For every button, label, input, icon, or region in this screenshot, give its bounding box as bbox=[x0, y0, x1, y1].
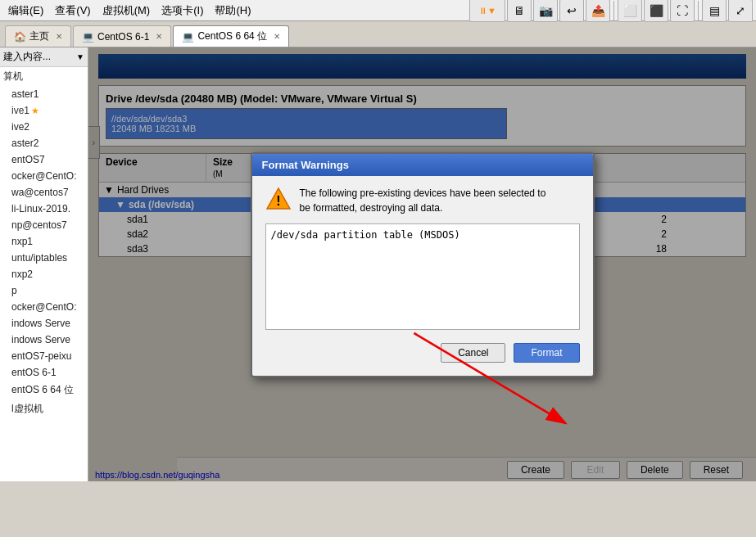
toolbar-separator2 bbox=[698, 1, 699, 20]
dialog-title-bar: Format Warnings bbox=[252, 154, 593, 176]
sidebar-item-centos61[interactable]: entOS 6-1 bbox=[0, 364, 88, 381]
tab-centos664-label: CentOS 6 64 位 bbox=[197, 29, 267, 43]
cancel-button[interactable]: Cancel bbox=[441, 343, 505, 363]
dialog-list-content: /dev/sda partition table (MSDOS) bbox=[271, 229, 460, 241]
tab-centos61-label: CentOS 6-1 bbox=[97, 31, 149, 43]
format-warnings-dialog: Format Warnings ! The following pre-exis… bbox=[251, 152, 595, 377]
sidebar-header-label: 建入内容... bbox=[3, 50, 76, 64]
sidebar-item-li[interactable]: li-Linux-2019. bbox=[0, 201, 88, 217]
menu-view[interactable]: 查看(V) bbox=[50, 2, 95, 20]
sidebar: 建入内容... ▼ 算机 aster1 ive1 ★ ive2 aster2 e… bbox=[0, 47, 88, 481]
menu-tab[interactable]: 选项卡(I) bbox=[156, 2, 208, 20]
sidebar-item-wa[interactable]: wa@centos7 bbox=[0, 184, 88, 201]
sidebar-item-docker1[interactable]: ocker@CentO: bbox=[0, 168, 88, 184]
menu-bar: 编辑(E) 查看(V) 虚拟机(M) 选项卡(I) 帮助(H) ⏸▼ 🖥 📷 ↩… bbox=[0, 0, 756, 21]
sidebar-item-windows2[interactable]: indows Serve bbox=[0, 332, 88, 348]
console-button[interactable]: ▤ bbox=[702, 0, 727, 22]
dialog-title: Format Warnings bbox=[262, 159, 349, 171]
menu-edit[interactable]: 编辑(E) bbox=[3, 2, 48, 20]
pause-button[interactable]: ⏸▼ bbox=[469, 0, 505, 22]
tab-centos664[interactable]: 💻 CentOS 6 64 位 ✕ bbox=[173, 25, 289, 47]
tab-centos664-close[interactable]: ✕ bbox=[274, 32, 280, 41]
content-pane: Drive /dev/sda (20480 MB) (Model: VMware… bbox=[88, 47, 756, 481]
tab-home[interactable]: 🏠 主页 ✕ bbox=[5, 25, 71, 47]
sidebar-item-docker2[interactable]: ocker@CentO: bbox=[0, 299, 88, 315]
star-icon: ★ bbox=[31, 106, 39, 116]
sidebar-item-windows1[interactable]: indows Serve bbox=[0, 315, 88, 332]
home-icon: 🏠 bbox=[14, 31, 26, 43]
sidebar-item-nxp2[interactable]: nxp2 bbox=[0, 266, 88, 282]
sidebar-item-ive1[interactable]: ive1 ★ bbox=[0, 102, 88, 119]
dialog-body: ! The following pre-existing devices hav… bbox=[252, 176, 593, 376]
screen-button[interactable]: 🖥 bbox=[507, 0, 532, 22]
centos664-icon: 💻 bbox=[182, 31, 194, 43]
share-button[interactable]: 📤 bbox=[586, 0, 610, 22]
sidebar-item-aster2[interactable]: aster2 bbox=[0, 135, 88, 151]
main-area: 建入内容... ▼ 算机 aster1 ive1 ★ ive2 aster2 e… bbox=[0, 47, 756, 481]
dialog-warning-row: ! The following pre-existing devices hav… bbox=[265, 186, 580, 215]
normal-view-button[interactable]: ⬜ bbox=[618, 0, 642, 22]
modal-overlay: Format Warnings ! The following pre-exis… bbox=[88, 47, 756, 481]
sidebar-item-vms[interactable]: l虚拟机 bbox=[0, 399, 88, 418]
sidebar-item-centos7[interactable]: entOS7 bbox=[0, 151, 88, 168]
sidebar-header: 建入内容... ▼ bbox=[0, 47, 88, 67]
centos61-icon: 💻 bbox=[82, 31, 94, 43]
toolbar-separator bbox=[613, 1, 614, 20]
sidebar-item-ubuntu[interactable]: untu/iptables bbox=[0, 250, 88, 266]
expand-button[interactable]: ⤢ bbox=[728, 0, 753, 22]
dialog-list: /dev/sda partition table (MSDOS) bbox=[265, 223, 580, 330]
sidebar-item-centos664[interactable]: entOS 6 64 位 bbox=[0, 381, 88, 399]
menu-vm[interactable]: 虚拟机(M) bbox=[97, 2, 156, 20]
tab-home-label: 主页 bbox=[29, 29, 49, 43]
tab-home-close[interactable]: ✕ bbox=[56, 32, 62, 41]
sidebar-item-ive1-label: ive1 bbox=[11, 105, 29, 116]
snapshot-button[interactable]: 📷 bbox=[533, 0, 558, 22]
sidebar-item-nxp1[interactable]: nxp1 bbox=[0, 233, 88, 250]
fullscreen-button[interactable]: ⛶ bbox=[670, 0, 695, 22]
sidebar-item-aster1[interactable]: aster1 bbox=[0, 86, 88, 102]
warning-triangle-icon: ! bbox=[265, 186, 292, 212]
sidebar-scroll-down[interactable]: ▼ bbox=[76, 52, 84, 61]
revert-button[interactable]: ↩ bbox=[559, 0, 584, 22]
sidebar-item-np[interactable]: np@centos7 bbox=[0, 217, 88, 233]
svg-text:!: ! bbox=[276, 194, 280, 208]
dialog-buttons: Cancel Format bbox=[265, 338, 580, 366]
format-button[interactable]: Format bbox=[514, 343, 579, 363]
sidebar-item-centos7px[interactable]: entOS7-peixu bbox=[0, 348, 88, 364]
compact-view-button[interactable]: ⬛ bbox=[644, 0, 668, 22]
sidebar-item-ive2[interactable]: ive2 bbox=[0, 119, 88, 135]
tab-bar: 🏠 主页 ✕ 💻 CentOS 6-1 ✕ 💻 CentOS 6 64 位 ✕ bbox=[0, 21, 756, 47]
tab-centos61[interactable]: 💻 CentOS 6-1 ✕ bbox=[73, 25, 171, 47]
sidebar-item-computer[interactable]: 算机 bbox=[0, 67, 88, 86]
dialog-warning-text: The following pre-existing devices have … bbox=[300, 186, 546, 215]
sidebar-item-p[interactable]: p bbox=[0, 282, 88, 299]
tab-centos61-close[interactable]: ✕ bbox=[156, 32, 162, 41]
menu-help[interactable]: 帮助(H) bbox=[210, 2, 256, 20]
